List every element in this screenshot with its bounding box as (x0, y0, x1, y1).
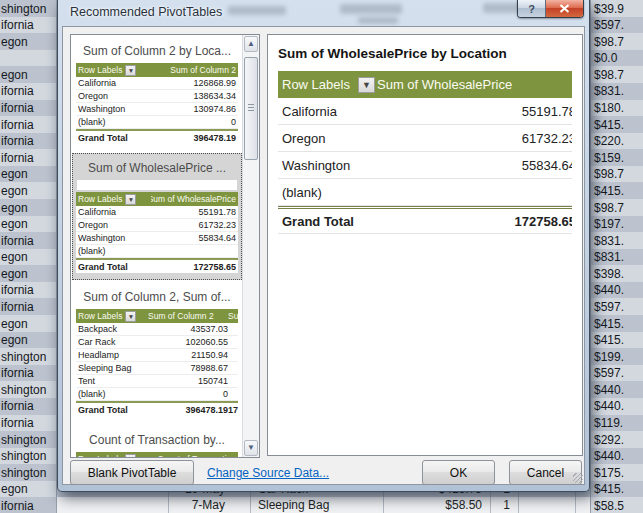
value-cell: 0 (151, 117, 236, 127)
pivot-data-row: Washington55834.64 (76, 232, 238, 245)
bg-total-cell: $597. (591, 298, 643, 315)
row-label-cell: Grand Total (78, 405, 148, 415)
bg-location-cell: ifornia (0, 100, 57, 117)
bg-total-cell: $159. (591, 149, 643, 166)
pivot-header-row: Row Labels▼Count of Transaction (76, 452, 238, 458)
row-label-cell: (blank) (78, 246, 151, 256)
help-button[interactable]: ? (518, 0, 546, 17)
value-cell: 55834.64 (151, 233, 236, 243)
recommended-pivottables-dialog: Recommended PivotTables ? Sum of Column … (57, 0, 590, 492)
pivottable-list-item[interactable]: Sum of Column 2 by Loca...Row Labels▼Sum… (72, 36, 242, 151)
bg-location-cell: ifornia (0, 17, 57, 34)
value-cell: 172758.65 (228, 405, 238, 415)
row-label-cell: Washington (78, 104, 151, 114)
cancel-button[interactable]: Cancel (509, 460, 582, 485)
resize-grip[interactable] (573, 473, 583, 483)
bg-total-cell: $58.5 (591, 497, 643, 513)
list-scrollbar[interactable]: ▲ ▼ (242, 35, 259, 457)
bg-total-cell: $415. (591, 481, 643, 498)
pivottable-item-title: Sum of Column 2 by Loca... (76, 44, 238, 58)
pivot-data-row: (blank) (278, 179, 572, 206)
excel-screen: shingtoniforniaegonegoniforniaiforniaifo… (0, 0, 643, 513)
pivot-table: Row Labels▼Sum of Column 2California1268… (76, 63, 238, 144)
bg-location-cell: egon (0, 265, 57, 282)
value-cell: 55191.78 (151, 207, 236, 217)
bg-location-cell: shington (0, 0, 57, 17)
pivot-data-row: (blank)0 (76, 116, 238, 129)
row-label-cell: Grand Total (282, 214, 377, 229)
bg-location-cell: ifornia (0, 497, 57, 513)
bg-location-cell: shington (0, 464, 57, 481)
value-cell: 172758.65 (377, 214, 572, 229)
row-label-cell: Washington (78, 233, 151, 243)
row-label-cell: Oregon (78, 91, 151, 101)
pivottable-list-item[interactable]: Sum of Column 2, Sum of...Row Labels▼Sum… (72, 282, 242, 423)
bg-total-cell: $98.7 (591, 66, 643, 83)
value-cell: 55834.64 (377, 158, 572, 173)
ok-button[interactable]: OK (422, 460, 495, 485)
bg-location-cell: ifornia (0, 83, 57, 100)
date-cell: 7-May (105, 497, 225, 513)
value-column-header: Sum of WholesalePrice (377, 77, 572, 92)
dialog-body: Sum of Column 2 by Loca...Row Labels▼Sum… (62, 26, 585, 485)
bg-total-cell: $415. (591, 332, 643, 349)
row-label-cell: Sleeping Bag (78, 363, 148, 373)
row-labels-label: Row Labels (282, 77, 350, 92)
bg-total-cell: $180. (591, 100, 643, 117)
bg-location-cell: ifornia (0, 398, 57, 415)
row-label-cell: (blank) (78, 117, 151, 127)
value-cell: 138634.34 (151, 91, 236, 101)
grid-line (518, 497, 519, 513)
pivot-data-row: Oregon61732.23 (278, 125, 572, 152)
pivottable-list-item[interactable]: Sum of WholesalePrice ...Row Labels▼Sum … (72, 153, 242, 280)
close-button[interactable] (546, 0, 583, 17)
pivottable-list-item[interactable]: Count of Transaction by...Row Labels▼Cou… (72, 425, 242, 458)
pivot-data-row: Washington55834.64 (278, 152, 572, 179)
row-label-cell: (blank) (78, 389, 148, 399)
value-cell: 396478.19 (148, 405, 228, 415)
bg-total-cell: $98.7 (591, 199, 643, 216)
filter-dropdown-icon: ▼ (125, 65, 136, 76)
value-cell: 126868.99 (151, 78, 236, 88)
bg-total-cell: $175. (591, 464, 643, 481)
bg-location-cell: egon (0, 481, 57, 498)
grand-total-row: Grand Total396478.19172758.65 (76, 401, 238, 416)
bg-location-cell: egon (0, 315, 57, 332)
bg-total-cell: $415. (591, 116, 643, 133)
bg-location-cell: ifornia (0, 282, 57, 299)
bg-total-cell: $39.9 (591, 0, 643, 17)
bg-transaction-row: 7-MaySleeping Bag$58.501 (57, 497, 590, 513)
dialog-titlebar[interactable]: Recommended PivotTables ? (58, 0, 589, 26)
filter-dropdown-icon: ▼ (125, 311, 136, 322)
bg-total-cell: $415. (591, 315, 643, 332)
pivot-data-row: (blank)0 (76, 388, 238, 401)
filter-dropdown-icon: ▼ (358, 77, 375, 93)
bg-location-cell: shington (0, 431, 57, 448)
bg-location-cell (0, 50, 57, 67)
pivot-data-row: Car Rack102060.55 (76, 336, 238, 349)
bg-total-cell: $398. (591, 265, 643, 282)
value-cell: 78988.67 (148, 363, 228, 373)
scroll-down-icon[interactable]: ▼ (244, 440, 258, 456)
preview-pane: Sum of WholesalePrice by Location Row La… (267, 34, 583, 456)
bg-total-cell: $440. (591, 282, 643, 299)
row-label-cell: Headlamp (78, 350, 148, 360)
value-cell: 61732.23 (151, 220, 236, 230)
scroll-up-icon[interactable]: ▲ (244, 36, 258, 52)
row-label-cell: California (78, 207, 151, 217)
scrollbar-thumb[interactable] (244, 57, 258, 160)
pivot-data-row: Headlamp21150.94 (76, 349, 238, 362)
pivot-header-row: Row Labels▼Sum of Column 2 (76, 63, 238, 77)
row-labels-header: Row Labels▼ (282, 77, 377, 93)
close-icon (559, 4, 570, 13)
glass-ghost (358, 17, 398, 24)
blank-pivottable-button[interactable]: Blank PivotTable (70, 460, 194, 485)
row-label-cell: Car Rack (78, 337, 148, 347)
pivot-table: Row Labels▼Count of Transaction (76, 452, 238, 458)
bg-location-cell: ifornia (0, 415, 57, 432)
change-source-data-link[interactable]: Change Source Data... (207, 466, 329, 480)
filter-dropdown-icon: ▼ (125, 454, 136, 459)
pivot-header-row: Row Labels▼Sum of WholesalePrice (76, 192, 238, 206)
preview-title: Sum of WholesalePrice by Location (278, 46, 572, 61)
row-label-cell: (blank) (282, 185, 377, 200)
